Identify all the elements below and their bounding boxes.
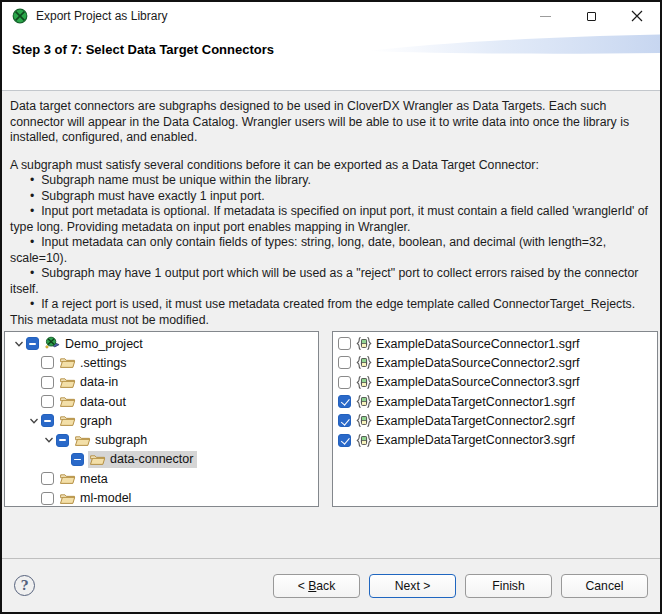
folder-icon: [74, 433, 91, 448]
chevron-down-icon[interactable]: [11, 339, 26, 349]
file-item-label: ExampleDataTargetConnector3.sgrf: [376, 433, 575, 447]
file-item-label: ExampleDataTargetConnector2.sgrf: [376, 414, 575, 428]
tree-indent: [5, 401, 26, 402]
chevron-down-icon[interactable]: [26, 416, 41, 426]
folder-icon: [59, 413, 76, 428]
condition-bullet: • Input metadata can only contain fields…: [10, 235, 654, 266]
next-button[interactable]: Next >: [369, 574, 456, 598]
tree-item-label: Demo_project: [65, 337, 143, 351]
tree-checkbox-partial[interactable]: [71, 453, 84, 466]
folder-icon: [89, 452, 106, 467]
tree-item-body: data-in: [58, 374, 122, 391]
tree-item-label: data-connector: [110, 452, 193, 466]
tree-item-label: data-in: [80, 375, 118, 389]
folder-icon: [59, 375, 76, 390]
tree-checkbox-unchecked[interactable]: [41, 356, 54, 369]
file-item-ExampleDataSourceConnector1.sgrf[interactable]: ExampleDataSourceConnector1.sgrf: [333, 334, 657, 353]
conditions-list: • Subgraph name must be unique within th…: [10, 173, 654, 328]
subgraph-file-icon: [355, 394, 373, 409]
connector-file-list-panel: ExampleDataSourceConnector1.sgrfExampleD…: [332, 331, 658, 507]
finish-button[interactable]: Finish: [465, 574, 552, 598]
conditions-heading: A subgraph must satisfy several conditio…: [10, 158, 654, 174]
close-icon: [631, 10, 643, 22]
file-item-label: ExampleDataTargetConnector1.sgrf: [376, 395, 575, 409]
window-controls: [522, 2, 660, 30]
tree-item-label: .settings: [80, 356, 127, 370]
tree-checkbox-partial[interactable]: [26, 337, 39, 350]
file-checkbox-unchecked[interactable]: [338, 376, 351, 389]
tree-item-body: data-connector: [88, 451, 197, 468]
tree-item-body: Demo_project: [43, 335, 147, 352]
file-item-label: ExampleDataSourceConnector3.sgrf: [376, 375, 580, 389]
help-icon: ?: [21, 578, 29, 593]
tree-indent: [5, 478, 26, 479]
file-item-ExampleDataTargetConnector3.sgrf[interactable]: ExampleDataTargetConnector3.sgrf: [333, 430, 657, 449]
tree-checkbox-unchecked[interactable]: [41, 472, 54, 485]
tree-checkbox-unchecked[interactable]: [41, 376, 54, 389]
tree-checkbox-unchecked[interactable]: [41, 395, 54, 408]
tree-checkbox-unchecked[interactable]: [41, 492, 54, 505]
folder-icon: [59, 394, 76, 409]
tree-item-data-in[interactable]: data-in: [5, 373, 318, 392]
cancel-button[interactable]: Cancel: [561, 574, 648, 598]
export-project-as-library-dialog: Export Project as Library Step 3 of 7: [0, 0, 662, 614]
tree-item-label: meta: [80, 472, 108, 486]
tree-item-label: ml-model: [80, 491, 131, 505]
tree-checkbox-partial[interactable]: [41, 414, 54, 427]
condition-bullet: • Subgraph name must be unique within th…: [10, 173, 654, 189]
subgraph-file-icon: [355, 375, 373, 390]
tree-indent: [5, 382, 26, 383]
file-checkbox-checked[interactable]: [338, 395, 351, 408]
tree-item-.settings[interactable]: .settings: [5, 353, 318, 372]
window-title: Export Project as Library: [36, 9, 167, 23]
folder-icon: [59, 355, 76, 370]
tree-item-ml-model[interactable]: ml-model: [5, 488, 318, 507]
project-tree-panel: Demo_project.settingsdata-indata-outgrap…: [4, 331, 319, 507]
tree-item-subgraph[interactable]: subgraph: [5, 430, 318, 449]
close-button[interactable]: [614, 2, 660, 30]
tree-item-body: subgraph: [73, 432, 151, 449]
file-item-ExampleDataTargetConnector1.sgrf[interactable]: ExampleDataTargetConnector1.sgrf: [333, 392, 657, 411]
minimize-icon: [540, 16, 551, 17]
file-checkbox-unchecked[interactable]: [338, 356, 351, 369]
file-item-ExampleDataSourceConnector3.sgrf[interactable]: ExampleDataSourceConnector3.sgrf: [333, 373, 657, 392]
wizard-banner: Step 3 of 7: Select Data Target Connecto…: [2, 30, 660, 91]
minimize-button[interactable]: [522, 2, 568, 30]
condition-bullet: • Subgraph may have 1 output port which …: [10, 266, 654, 297]
tree-item-graph[interactable]: graph: [5, 411, 318, 430]
tree-item-body: ml-model: [58, 490, 135, 507]
project-icon: [44, 336, 61, 351]
back-button[interactable]: < Back: [273, 574, 360, 598]
file-checkbox-unchecked[interactable]: [338, 337, 351, 350]
tree-indent: [5, 362, 26, 363]
chevron-down-icon[interactable]: [41, 435, 56, 445]
tree-item-label: graph: [80, 414, 112, 428]
tree-item-label: data-out: [80, 395, 126, 409]
subgraph-file-icon: [355, 413, 373, 428]
help-button[interactable]: ?: [14, 575, 35, 596]
tree-indent: [5, 440, 41, 441]
tree-item-body: .settings: [58, 354, 131, 371]
tree-checkbox-partial[interactable]: [56, 434, 69, 447]
folder-icon: [59, 471, 76, 486]
step-title: Step 3 of 7: Select Data Target Connecto…: [12, 42, 274, 57]
file-item-ExampleDataTargetConnector2.sgrf[interactable]: ExampleDataTargetConnector2.sgrf: [333, 411, 657, 430]
subgraph-file-icon: [355, 336, 373, 351]
condition-bullet: • Input port metadata is optional. If me…: [10, 204, 654, 235]
condition-bullet: • Subgraph must have exactly 1 input por…: [10, 189, 654, 205]
wizard-buttons: < BackNext >FinishCancel: [273, 574, 648, 598]
tree-item-Demo_project[interactable]: Demo_project: [5, 334, 318, 353]
file-checkbox-checked[interactable]: [338, 434, 351, 447]
tree-item-meta[interactable]: meta: [5, 469, 318, 488]
tree-indent: [5, 498, 26, 499]
description-intro: Data target connectors are subgraphs des…: [10, 99, 654, 146]
cloverdx-logo-icon: [12, 8, 28, 24]
tree-item-data-out[interactable]: data-out: [5, 392, 318, 411]
title-bar: Export Project as Library: [2, 2, 660, 30]
tree-item-data-connector[interactable]: data-connector: [5, 450, 318, 469]
file-item-label: ExampleDataSourceConnector1.sgrf: [376, 337, 580, 351]
folder-icon: [59, 491, 76, 506]
file-checkbox-checked[interactable]: [338, 414, 351, 427]
maximize-button[interactable]: [568, 2, 614, 30]
file-item-ExampleDataSourceConnector2.sgrf[interactable]: ExampleDataSourceConnector2.sgrf: [333, 353, 657, 372]
